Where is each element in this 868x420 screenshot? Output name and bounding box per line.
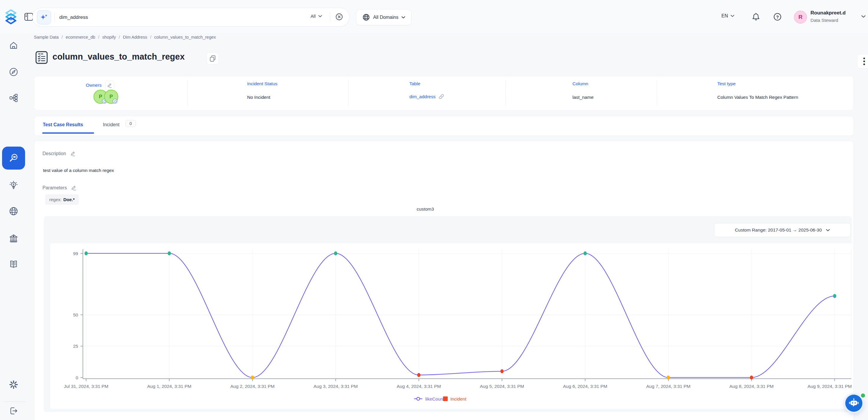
app-root: All All Domains EN: [0, 0, 868, 420]
user-avatar[interactable]: R: [794, 11, 807, 24]
x-tick-label: Aug 9, 2024, 3:31 PM: [808, 384, 852, 389]
breadcrumb-item[interactable]: Dim Address: [123, 35, 147, 39]
search-input[interactable]: [59, 12, 325, 23]
data-point[interactable]: [500, 369, 504, 373]
sidebar-item-lineage[interactable]: [8, 93, 19, 103]
time-range-label: Custom Range: 2017-05-01 → 2025-06-30: [735, 228, 822, 233]
user-role: Data Steward: [810, 18, 838, 23]
copy-name-button[interactable]: [207, 52, 219, 65]
data-point[interactable]: [85, 251, 88, 256]
language-selector[interactable]: EN: [721, 13, 734, 19]
summary-divider: [657, 80, 657, 106]
sidebar-item-observability-active[interactable]: [2, 147, 25, 170]
left-nav-sidebar: [0, 34, 30, 420]
incident-count-badge: 0: [125, 120, 136, 127]
ai-assistant-button[interactable]: [845, 395, 862, 412]
search-scope-dropdown[interactable]: All: [311, 13, 322, 19]
pencil-icon: [107, 83, 112, 88]
chart-plot-area: 0255099Jul 31, 2024, 3:31 PMAug 1, 2024,…: [50, 243, 852, 409]
active-tab-underline: [42, 132, 94, 133]
description-header: Description: [42, 151, 76, 156]
clear-search-icon[interactable]: [336, 13, 343, 20]
summary-divider: [505, 80, 505, 106]
tab-test-case-results[interactable]: Test Case Results: [43, 122, 83, 127]
legend-likecount[interactable]: likeCount: [425, 396, 444, 401]
owners-header: Owners: [86, 81, 115, 90]
x-tick-label: Jul 31, 2024, 3:31 PM: [64, 384, 108, 389]
table-link[interactable]: dim_address: [409, 94, 436, 99]
user-name: Rounakpreet.d: [810, 10, 845, 16]
x-tick-label: Aug 7, 2024, 3:31 PM: [646, 384, 690, 389]
sidebar-item-explore[interactable]: [8, 67, 19, 77]
test-results-line-chart: 0255099Jul 31, 2024, 3:31 PMAug 1, 2024,…: [50, 243, 852, 409]
help-icon[interactable]: ?: [773, 12, 782, 22]
more-actions-button[interactable]: [857, 54, 868, 69]
data-point[interactable]: [417, 373, 421, 377]
sidebar-item-govern[interactable]: [8, 233, 19, 243]
x-tick-label: Aug 5, 2024, 3:31 PM: [480, 384, 524, 389]
breadcrumb-item[interactable]: shopify: [102, 35, 116, 39]
incident-status-value: No Incident: [247, 95, 270, 100]
time-range-dropdown[interactable]: Custom Range: 2017-05-01 → 2025-06-30: [714, 223, 851, 237]
logout-icon[interactable]: [8, 406, 19, 416]
user-menu-chevron-icon[interactable]: [861, 15, 866, 18]
sidebar-item-insights[interactable]: [8, 180, 19, 190]
sparkle-icon: [39, 13, 49, 22]
chart-title: custom3: [0, 206, 850, 212]
x-tick-label: Aug 8, 2024, 3:31 PM: [730, 384, 774, 389]
data-point[interactable]: [334, 251, 337, 256]
breadcrumb-item[interactable]: ecommerce_db: [66, 35, 95, 39]
avatar-initial: R: [798, 14, 803, 20]
settings-gear-icon[interactable]: [8, 380, 19, 390]
data-point[interactable]: [251, 376, 254, 380]
breadcrumb-item[interactable]: column_values_to_match_regex: [154, 35, 216, 39]
chevron-down-icon: [318, 15, 322, 18]
owner-avatar[interactable]: P: [104, 90, 118, 104]
breadcrumb-item[interactable]: Sample Data: [34, 35, 59, 39]
x-tick-label: Aug 6, 2024, 3:31 PM: [563, 384, 607, 389]
test-case-icon: [35, 51, 49, 64]
data-point[interactable]: [750, 376, 753, 380]
search-scope-label: All: [311, 13, 316, 19]
all-domains-button[interactable]: All Domains: [356, 9, 411, 25]
breadcrumb-separator: /: [62, 35, 63, 39]
edit-owners-button[interactable]: [105, 81, 115, 90]
likecount-series-line: [86, 253, 835, 378]
x-tick-label: Aug 1, 2024, 3:31 PM: [147, 384, 191, 389]
breadcrumb-separator: /: [150, 35, 151, 39]
owners-label: Owners: [86, 83, 101, 88]
all-domains-label: All Domains: [373, 15, 398, 20]
kebab-menu-icon: [863, 57, 866, 66]
edit-description-pencil-icon[interactable]: [70, 151, 76, 156]
x-tick-label: Aug 4, 2024, 3:31 PM: [397, 384, 441, 389]
legend-square-icon: [443, 396, 448, 401]
ai-search-button[interactable]: [37, 10, 51, 25]
owner-initial: P: [99, 94, 102, 100]
search-divider: [54, 13, 55, 22]
x-tick-label: Aug 3, 2024, 3:31 PM: [313, 384, 358, 389]
tab-incident[interactable]: Incident: [103, 122, 119, 127]
summary-card: Owners P P Incident Status No Incident T…: [34, 76, 854, 111]
incident-status-label: Incident Status: [247, 81, 278, 86]
summary-divider: [348, 80, 349, 106]
sidebar-item-glossary[interactable]: [8, 259, 19, 269]
owner-badge-icon: [113, 99, 117, 103]
table-value-row: dim_address: [409, 94, 444, 99]
y-tick-label: 25: [73, 343, 78, 349]
data-point[interactable]: [168, 251, 171, 256]
chevron-down-icon: [401, 16, 405, 19]
data-point[interactable]: [833, 294, 836, 298]
sidebar-item-home[interactable]: [8, 40, 19, 51]
notifications-bell-icon[interactable]: [751, 12, 761, 22]
data-point[interactable]: [584, 251, 587, 256]
chevron-down-icon: [826, 229, 830, 232]
assistant-status-dot: [860, 393, 866, 398]
owner-initial: P: [110, 94, 113, 100]
data-point[interactable]: [667, 376, 670, 380]
parameters-header: Parameters: [42, 185, 77, 190]
edit-parameters-pencil-icon[interactable]: [71, 185, 77, 190]
openmetadata-logo[interactable]: [4, 9, 18, 25]
legend-incident[interactable]: Incident: [451, 396, 467, 401]
svg-text:?: ?: [776, 14, 779, 20]
robot-icon: [848, 398, 860, 409]
